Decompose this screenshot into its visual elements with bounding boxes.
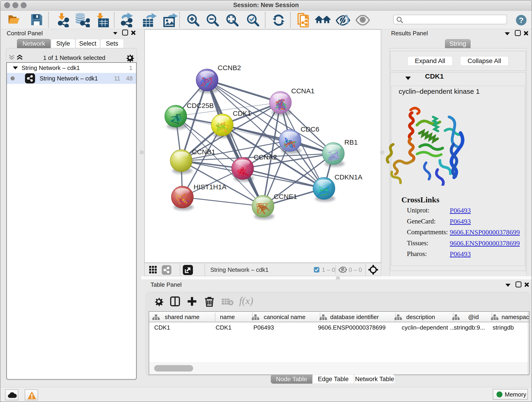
- svg-text:CDK1: CDK1: [233, 109, 251, 117]
- svg-text:CCNA2: CCNA2: [254, 153, 277, 161]
- svg-text:CCNA1: CCNA1: [291, 87, 315, 95]
- svg-text:CCNB2: CCNB2: [218, 64, 241, 71]
- svg-text:CDKN1A: CDKN1A: [335, 173, 362, 181]
- svg-text:CCNE1: CCNE1: [274, 193, 297, 200]
- svg-text:HIST1H1A: HIST1H1A: [194, 183, 226, 191]
- svg-text:RB1: RB1: [344, 138, 358, 146]
- svg-text:CDC6: CDC6: [301, 125, 319, 133]
- svg-text:CDC25B: CDC25B: [187, 102, 214, 109]
- svg-text:CCNB1: CCNB1: [192, 148, 215, 156]
